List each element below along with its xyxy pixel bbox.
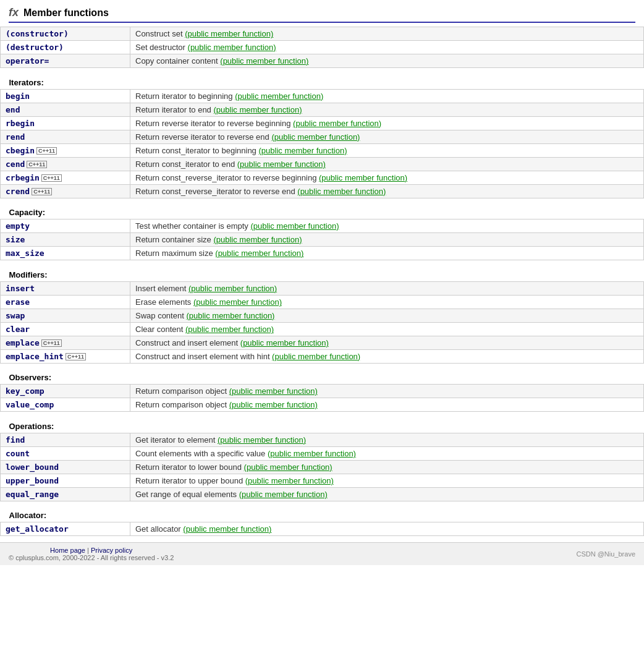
func-name-link[interactable]: end bbox=[6, 105, 20, 114]
func-type-link[interactable]: (public member function) bbox=[215, 249, 303, 258]
func-name-cell: erase bbox=[1, 295, 130, 309]
func-name-link[interactable]: upper_bound bbox=[6, 476, 59, 485]
func-name-link[interactable]: clear bbox=[6, 325, 30, 334]
spacer-row bbox=[1, 412, 644, 417]
section-header-allocator: Allocator: bbox=[1, 506, 644, 522]
func-type-link[interactable]: (public member function) bbox=[213, 235, 302, 244]
page-title: Member functions bbox=[23, 7, 109, 19]
func-name-link[interactable]: begin bbox=[6, 92, 30, 101]
func-name-cell: insert bbox=[1, 281, 130, 295]
func-type-link[interactable]: (public member function) bbox=[229, 386, 318, 396]
func-name-link[interactable]: empty bbox=[6, 221, 30, 231]
func-name-cell: value_comp bbox=[1, 398, 130, 412]
func-desc-cell: Return iterator to beginning (public mem… bbox=[130, 89, 644, 103]
func-type-link[interactable]: (public member function) bbox=[258, 146, 347, 155]
func-type-link[interactable]: (public member function) bbox=[183, 524, 271, 534]
func-desc-cell: Return const_reverse_iterator to reverse… bbox=[130, 171, 644, 184]
func-type-link[interactable]: (public member function) bbox=[272, 352, 360, 361]
func-name-cell: count bbox=[1, 446, 130, 460]
func-type-link[interactable]: (public member function) bbox=[297, 187, 386, 196]
func-name-link[interactable]: crbegin bbox=[6, 173, 40, 182]
func-type-link[interactable]: (public member function) bbox=[271, 132, 360, 142]
table-row: swapSwap content (public member function… bbox=[1, 309, 644, 322]
func-type-link[interactable]: (public member function) bbox=[193, 297, 282, 307]
func-desc-cell: Construct set (public member function) bbox=[130, 27, 644, 41]
func-name-cell: crbeginC++11 bbox=[1, 171, 130, 184]
func-type-link[interactable]: (public member function) bbox=[185, 325, 274, 334]
func-desc-cell: Return iterator to end (public member fu… bbox=[130, 103, 644, 116]
func-type-link[interactable]: (public member function) bbox=[239, 490, 328, 499]
table-row: value_compReturn comparison object (publ… bbox=[1, 398, 644, 412]
func-name-link[interactable]: equal_range bbox=[6, 490, 59, 499]
func-name-link[interactable]: emplace_hint bbox=[6, 352, 64, 361]
func-desc-cell: Return container size (public member fun… bbox=[130, 233, 644, 247]
func-type-link[interactable]: (public member function) bbox=[189, 284, 277, 293]
privacy-policy-link[interactable]: Privacy policy bbox=[91, 547, 132, 554]
func-name-link[interactable]: emplace bbox=[6, 338, 40, 347]
fx-icon: fx bbox=[9, 6, 19, 19]
func-type-link[interactable]: (public member function) bbox=[213, 105, 302, 114]
func-name-cell: begin bbox=[1, 89, 130, 103]
cpp11-badge: C++11 bbox=[41, 174, 62, 182]
func-name-link[interactable]: count bbox=[6, 449, 30, 458]
spacer-row bbox=[1, 501, 644, 506]
func-name-link[interactable]: value_comp bbox=[6, 400, 54, 409]
spacer-row bbox=[1, 68, 644, 73]
func-name-cell: equal_range bbox=[1, 487, 130, 501]
func-desc-cell: Return iterator to lower bound (public m… bbox=[130, 460, 644, 474]
func-name-link[interactable]: (destructor) bbox=[6, 43, 64, 52]
func-name-link[interactable]: size bbox=[6, 235, 25, 244]
func-name-cell: (destructor) bbox=[1, 41, 130, 54]
func-type-link[interactable]: (public member function) bbox=[293, 119, 381, 128]
func-name-cell: size bbox=[1, 233, 130, 247]
func-type-link[interactable]: (public member function) bbox=[244, 462, 333, 472]
func-name-link[interactable]: (constructor) bbox=[6, 29, 69, 38]
func-name-cell: get_allocator bbox=[1, 522, 130, 536]
func-type-link[interactable]: (public member function) bbox=[186, 311, 274, 320]
func-type-link[interactable]: (public member function) bbox=[268, 449, 356, 458]
func-desc-cell: Get range of equal elements (public memb… bbox=[130, 487, 644, 501]
table-row: endReturn iterator to end (public member… bbox=[1, 103, 644, 116]
func-desc-cell: Return const_iterator to end (public mem… bbox=[130, 157, 644, 171]
func-name-link[interactable]: get_allocator bbox=[6, 524, 69, 534]
func-name-cell: end bbox=[1, 103, 130, 116]
func-name-cell: crendC++11 bbox=[1, 184, 130, 198]
func-name-link[interactable]: key_comp bbox=[6, 386, 44, 396]
func-name-link[interactable]: lower_bound bbox=[6, 462, 59, 472]
func-desc-cell: Return reverse iterator to reverse begin… bbox=[130, 116, 644, 130]
func-name-link[interactable]: operator= bbox=[6, 56, 49, 66]
func-name-link[interactable]: rbegin bbox=[6, 119, 35, 128]
footer: Home page | Privacy policy © cplusplus.c… bbox=[0, 542, 644, 565]
func-type-link[interactable]: (public member function) bbox=[240, 338, 329, 347]
func-desc-cell: Get allocator (public member function) bbox=[130, 522, 644, 536]
func-type-link[interactable]: (public member function) bbox=[250, 221, 339, 231]
func-type-link[interactable]: (public member function) bbox=[185, 29, 273, 38]
func-type-link[interactable]: (public member function) bbox=[218, 435, 306, 445]
func-type-link[interactable]: (public member function) bbox=[237, 160, 326, 169]
func-name-link[interactable]: insert bbox=[6, 284, 35, 293]
table-row: upper_boundReturn iterator to upper boun… bbox=[1, 474, 644, 487]
func-name-link[interactable]: find bbox=[6, 435, 25, 445]
func-name-link[interactable]: rend bbox=[6, 132, 25, 142]
func-type-link[interactable]: (public member function) bbox=[229, 400, 318, 409]
func-name-link[interactable]: erase bbox=[6, 297, 30, 307]
func-type-link[interactable]: (public member function) bbox=[235, 92, 323, 101]
func-desc-cell: Return const_iterator to beginning (publ… bbox=[130, 143, 644, 157]
func-type-link[interactable]: (public member function) bbox=[188, 43, 276, 52]
func-name-link[interactable]: cbegin bbox=[6, 146, 35, 155]
spacer-row bbox=[1, 198, 644, 203]
func-type-link[interactable]: (public member function) bbox=[319, 173, 407, 182]
table-row: (destructor)Set destructor (public membe… bbox=[1, 41, 644, 54]
func-desc-cell: Set destructor (public member function) bbox=[130, 41, 644, 54]
table-row: get_allocatorGet allocator (public membe… bbox=[1, 522, 644, 536]
func-desc-cell: Insert element (public member function) bbox=[130, 281, 644, 295]
func-name-link[interactable]: swap bbox=[6, 311, 25, 320]
func-type-link[interactable]: (public member function) bbox=[220, 56, 308, 66]
footer-links: Home page | Privacy policy © cplusplus.c… bbox=[9, 547, 174, 561]
func-type-link[interactable]: (public member function) bbox=[245, 476, 334, 485]
home-page-link[interactable]: Home page bbox=[50, 547, 85, 554]
func-name-link[interactable]: max_size bbox=[6, 249, 44, 258]
func-name-link[interactable]: crend bbox=[6, 187, 30, 196]
table-row: insertInsert element (public member func… bbox=[1, 281, 644, 295]
func-name-link[interactable]: cend bbox=[6, 160, 25, 169]
